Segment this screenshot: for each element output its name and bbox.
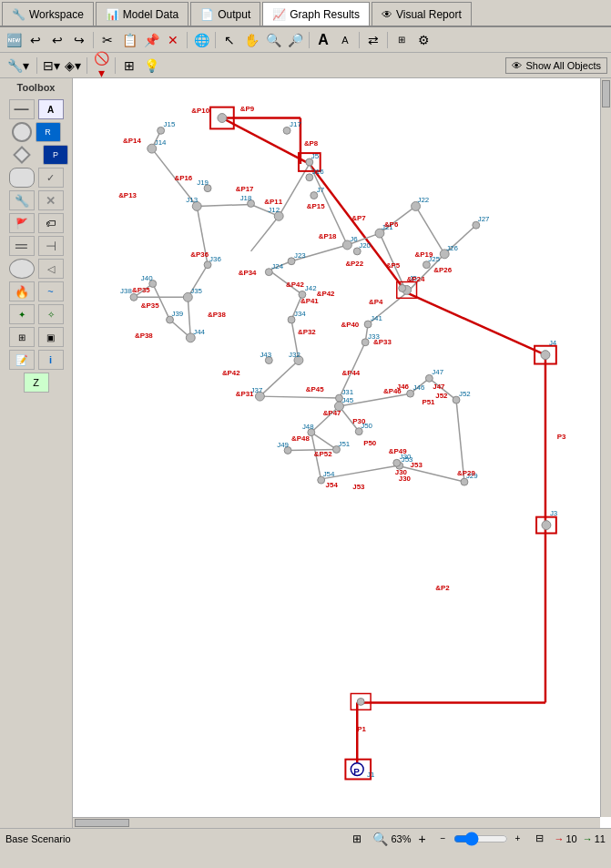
layout-button[interactable]: ⊟▾ xyxy=(41,56,61,76)
svg-text:P50: P50 xyxy=(363,439,377,447)
svg-text:J44: J44 xyxy=(193,328,205,336)
toolbox-grid[interactable]: ⊞ xyxy=(9,327,35,347)
network-diagram: J14 J15 J13 J19 J18 J12 J17 xyxy=(73,78,600,817)
toolbox-note[interactable]: 📝 xyxy=(9,350,35,370)
svg-text:J46: J46 xyxy=(413,383,425,392)
new-button[interactable]: 🆕 xyxy=(4,30,24,50)
zoom-plus-button[interactable]: + xyxy=(511,832,525,846)
toolbox-block[interactable]: ▣ xyxy=(38,327,64,347)
vertical-scrollbar[interactable] xyxy=(600,78,611,817)
svg-text:&P19: &P19 xyxy=(415,250,433,259)
sep9 xyxy=(115,57,116,74)
indicator-1-value: 10 xyxy=(566,833,577,844)
zoom-button[interactable]: 🔍 xyxy=(263,30,283,50)
svg-text:&P45: &P45 xyxy=(306,385,324,393)
toolbox-oval[interactable] xyxy=(9,259,35,279)
toolbox-wrench[interactable]: 🔧 xyxy=(9,190,35,210)
toolbox-spray[interactable]: ~ xyxy=(38,281,64,301)
toolbox-tag[interactable]: 🏷 xyxy=(38,213,64,233)
toolbox-row-4: ✓ xyxy=(4,168,68,188)
toolbox-label[interactable]: A xyxy=(38,99,64,119)
horizontal-scrollbar[interactable] xyxy=(73,817,600,828)
toolbox-check[interactable]: ✓ xyxy=(38,168,64,188)
canvas-area[interactable]: J14 J15 J13 J19 J18 J12 J17 xyxy=(73,78,611,828)
light-button[interactable]: 💡 xyxy=(141,56,161,76)
toolbox-symbol1[interactable]: ✦ xyxy=(9,304,35,324)
toolbox-fire[interactable]: 🔥 xyxy=(9,281,35,301)
redo-button[interactable]: ↪ xyxy=(69,30,89,50)
options-button[interactable]: ⚙ xyxy=(413,30,433,50)
svg-text:J32: J32 xyxy=(289,351,300,359)
toolbox-diamond[interactable] xyxy=(13,146,31,164)
pointer-button[interactable]: ↖ xyxy=(219,30,239,50)
view-button[interactable]: ◈▾ xyxy=(63,56,83,76)
svg-text:&P40: &P40 xyxy=(341,321,359,329)
screen-mode-button[interactable]: ⊟ xyxy=(531,830,549,848)
toolbox-row-7: ═ ⊣ xyxy=(4,236,68,256)
tab-visual-report[interactable]: 👁 Visual Report xyxy=(372,2,472,26)
svg-text:J40: J40 xyxy=(141,274,153,282)
cut-button[interactable]: ✂ xyxy=(97,30,117,50)
toolbox-h-line[interactable]: ═ xyxy=(9,236,35,256)
svg-text:J16: J16 xyxy=(312,168,324,176)
toolbox-flag[interactable]: 🚩 xyxy=(9,213,35,233)
main-layout: Toolbox — A R P ✓ 🔧 ✕ 🚩 🏷 xyxy=(0,78,611,828)
svg-text:J52: J52 xyxy=(435,392,448,400)
zoom-in-button[interactable]: + xyxy=(414,831,431,847)
tab-output[interactable]: 📄 Output xyxy=(190,2,260,26)
vertical-scroll-thumb[interactable] xyxy=(602,80,610,107)
svg-text:J43: J43 xyxy=(260,351,271,359)
mode-button[interactable]: 🔧▾ xyxy=(4,56,33,76)
fit-to-screen-button[interactable]: ⊞ xyxy=(348,830,366,848)
toolbox-cross[interactable]: ✕ xyxy=(38,190,64,210)
svg-text:J3: J3 xyxy=(550,509,558,517)
toolbox-pipe[interactable]: — xyxy=(9,99,35,119)
svg-text:J53: J53 xyxy=(352,483,365,491)
toolbox-reservoir[interactable]: R xyxy=(36,122,61,142)
workspace-icon: 🔧 xyxy=(12,8,25,21)
svg-text:J20: J20 xyxy=(359,241,371,250)
grid-button[interactable]: ⊞ xyxy=(119,56,139,76)
toolbox-row-5: 🔧 ✕ xyxy=(4,190,68,210)
toolbox-v-split[interactable]: ⊣ xyxy=(38,236,64,256)
svg-text:&P9: &P9 xyxy=(240,105,255,113)
magnify-button[interactable]: 🔎 xyxy=(285,30,305,50)
toolbox-zone[interactable]: Z xyxy=(24,373,49,393)
tab-workspace[interactable]: 🔧 Workspace xyxy=(2,2,94,26)
show-all-button[interactable]: 👁 Show All Objects xyxy=(505,57,607,74)
svg-text:J26: J26 xyxy=(446,244,458,252)
toolbox-symbol2[interactable]: ✧ xyxy=(38,304,64,324)
svg-text:&P33: &P33 xyxy=(373,338,392,346)
toolbox-pump[interactable]: P xyxy=(43,145,68,165)
svg-text:&P22: &P22 xyxy=(345,260,363,268)
undo-button[interactable]: ↩ xyxy=(25,30,46,50)
svg-text:J42: J42 xyxy=(305,284,317,292)
svg-text:J34: J34 xyxy=(294,310,306,318)
toolbox-info[interactable]: i xyxy=(38,350,64,370)
tab-model-data[interactable]: 📊 Model Data xyxy=(96,2,188,26)
zoom-out-button[interactable]: 🔍 xyxy=(372,831,388,847)
svg-text:&P42: &P42 xyxy=(286,281,304,289)
fit-button[interactable]: ⊞ xyxy=(392,30,412,50)
globe-button[interactable]: 🌐 xyxy=(191,30,211,50)
copy-button[interactable]: 📋 xyxy=(119,30,139,50)
horizontal-scroll-thumb[interactable] xyxy=(75,819,129,827)
tab-graph-results[interactable]: 📈 Graph Results xyxy=(262,2,370,26)
text-small-button[interactable]: A xyxy=(335,30,355,50)
no-button[interactable]: 🚫▾ xyxy=(91,56,111,76)
svg-text:P30: P30 xyxy=(352,417,366,425)
zoom-minus-button[interactable]: − xyxy=(436,832,451,846)
rotate-button[interactable]: ⇄ xyxy=(363,30,383,50)
svg-text:J36: J36 xyxy=(209,255,221,263)
paste-button[interactable]: 📌 xyxy=(141,30,161,50)
toolbox-rounded[interactable] xyxy=(9,168,35,188)
text-large-button[interactable]: A xyxy=(313,30,333,50)
undo2-button[interactable]: ↩ xyxy=(47,30,67,50)
zoom-slider-input[interactable] xyxy=(453,833,508,844)
svg-text:J18: J18 xyxy=(240,194,252,202)
toolbox-taper[interactable]: ◁ xyxy=(38,259,64,279)
toolbox-circle[interactable] xyxy=(12,122,32,142)
toolbar-1: 🆕 ↩ ↩ ↪ ✂ 📋 📌 ✕ 🌐 ↖ ✋ 🔍 🔎 A A ⇄ ⊞ ⚙ xyxy=(0,27,611,53)
pan-button[interactable]: ✋ xyxy=(241,30,261,50)
delete-button[interactable]: ✕ xyxy=(163,30,183,50)
